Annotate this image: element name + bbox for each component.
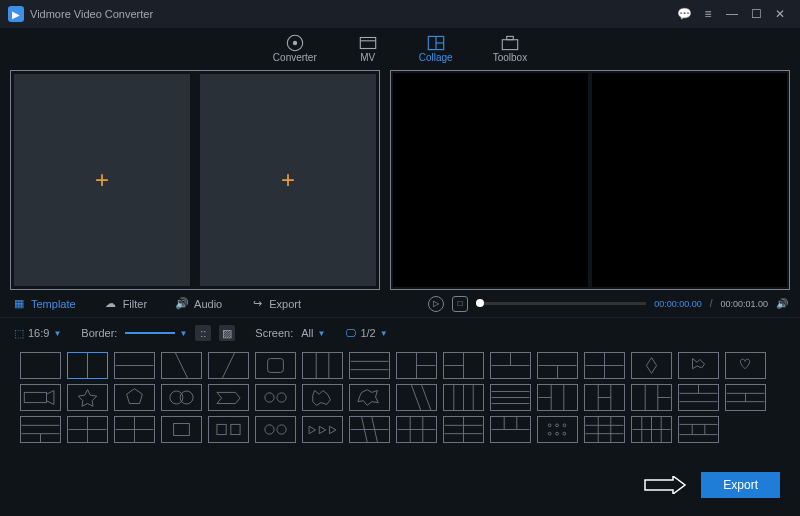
border-pattern-button[interactable]: ▨ [219,325,235,341]
template-item[interactable] [255,384,296,411]
menu-icon[interactable]: ≡ [696,2,720,26]
template-item[interactable] [302,352,343,379]
app-logo-icon: ▶ [8,6,24,22]
template-item[interactable] [631,384,672,411]
template-item[interactable] [537,352,578,379]
template-item[interactable] [114,352,155,379]
screen-dropdown[interactable]: All ▼ [301,327,325,339]
border-color-button[interactable]: :: [195,325,211,341]
template-item[interactable] [255,352,296,379]
template-item[interactable] [584,384,625,411]
template-item[interactable] [490,416,531,443]
template-item[interactable] [114,384,155,411]
chevron-down-icon: ▼ [53,329,61,338]
template-item[interactable] [349,352,390,379]
template-item[interactable] [20,384,61,411]
template-item[interactable] [161,416,202,443]
template-item[interactable] [67,384,108,411]
svg-marker-29 [127,389,143,404]
svg-rect-67 [231,424,240,434]
template-item[interactable] [396,352,437,379]
template-item[interactable] [20,352,61,379]
tab-template[interactable]: ▦ Template [12,297,76,311]
aspect-ratio-dropdown[interactable]: ⬚ 16:9 ▼ [14,327,61,340]
template-item[interactable] [443,352,484,379]
export-button[interactable]: Export [701,472,780,498]
template-item[interactable] [161,352,202,379]
minimize-button[interactable]: — [720,2,744,26]
template-item[interactable] [396,384,437,411]
template-item[interactable] [302,384,343,411]
template-item[interactable] [537,416,578,443]
template-item[interactable] [161,384,202,411]
preview-slot-1 [393,73,588,287]
feedback-icon[interactable]: 💬 [672,2,696,26]
template-item[interactable] [208,352,249,379]
tab-filter[interactable]: ☁ Filter [104,297,147,311]
tool-tabs: ▦ Template ☁ Filter 🔊 Audio ↪ Export ▷ □… [0,290,800,318]
export-icon: ↪ [250,297,264,311]
template-item[interactable] [584,352,625,379]
nav-toolbox[interactable]: Toolbox [493,35,527,63]
play-button[interactable]: ▷ [428,296,444,312]
svg-point-83 [556,424,559,427]
tab-audio[interactable]: 🔊 Audio [175,297,222,311]
stop-button[interactable]: □ [452,296,468,312]
svg-rect-6 [502,40,517,50]
tab-export[interactable]: ↪ Export [250,297,301,311]
volume-icon[interactable]: 🔊 [776,298,788,309]
template-item[interactable] [208,384,249,411]
template-item[interactable] [20,416,61,443]
template-item[interactable] [537,384,578,411]
template-item[interactable] [725,352,766,379]
converter-icon [284,35,306,51]
collage-editor: + + [10,70,380,290]
template-item[interactable] [302,416,343,443]
chevron-down-icon: ▼ [179,329,187,338]
collage-icon [425,35,447,51]
seek-bar[interactable] [476,302,646,305]
template-item[interactable] [631,352,672,379]
template-item[interactable] [255,416,296,443]
close-button[interactable]: ✕ [768,2,792,26]
nav-mv[interactable]: MV [357,35,379,63]
aspect-icon: ⬚ [14,327,24,340]
nav-converter[interactable]: Converter [273,35,317,63]
template-item[interactable] [114,416,155,443]
template-icon: ▦ [12,297,26,311]
svg-point-31 [180,391,193,404]
template-item[interactable] [396,416,437,443]
template-item[interactable] [725,384,766,411]
template-item[interactable] [631,416,672,443]
template-item[interactable] [349,416,390,443]
maximize-button[interactable]: ☐ [744,2,768,26]
footer: Export [643,472,780,498]
template-item[interactable] [208,416,249,443]
svg-point-84 [563,424,566,427]
border-style-dropdown[interactable]: ▼ [125,329,187,338]
template-item[interactable] [67,416,108,443]
collage-slot-1[interactable]: + [14,74,190,286]
chevron-down-icon: ▼ [380,329,388,338]
page-dropdown[interactable]: 🖵 1/2 ▼ [345,327,387,339]
template-item[interactable] [678,384,719,411]
template-item[interactable] [443,416,484,443]
svg-point-85 [548,432,551,435]
toolbox-icon [499,35,521,51]
collage-slot-2[interactable]: + [200,74,376,286]
svg-point-86 [556,432,559,435]
svg-point-87 [563,432,566,435]
svg-rect-28 [24,392,46,402]
template-item[interactable] [443,384,484,411]
add-icon: + [281,166,295,194]
template-item[interactable] [67,352,108,379]
template-item[interactable] [678,416,719,443]
template-item[interactable] [584,416,625,443]
template-item[interactable] [349,384,390,411]
svg-rect-12 [268,359,284,373]
template-item[interactable] [678,352,719,379]
template-item[interactable] [490,352,531,379]
filter-icon: ☁ [104,297,118,311]
template-item[interactable] [490,384,531,411]
nav-collage[interactable]: Collage [419,35,453,63]
